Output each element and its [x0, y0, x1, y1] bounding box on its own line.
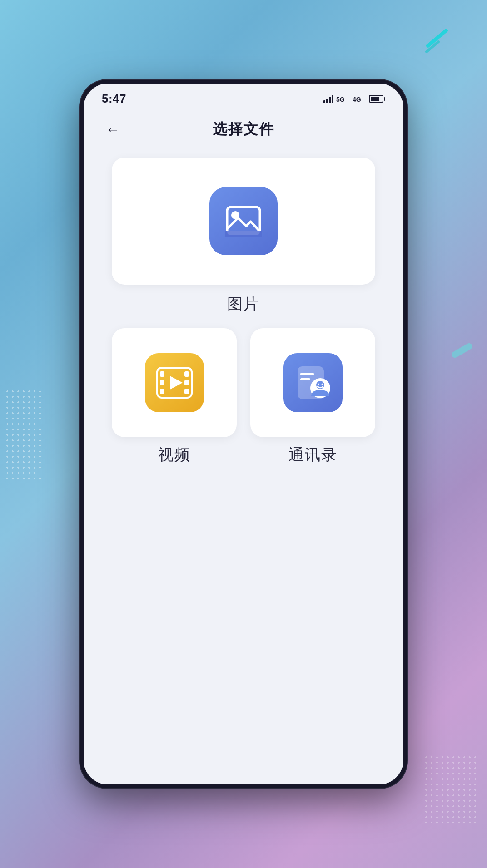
page-title: 选择文件: [213, 119, 274, 139]
stripe-top2: [425, 40, 440, 54]
svg-rect-19: [300, 373, 314, 375]
video-icon-bg: [145, 353, 204, 412]
status-time: 5:47: [102, 92, 126, 106]
video-card[interactable]: [112, 328, 237, 437]
svg-rect-12: [160, 380, 164, 385]
video-icon: [156, 367, 193, 399]
5g-icon: 5G: [336, 95, 350, 103]
phone-screen: 5:47 5G 4G: [84, 84, 403, 784]
svg-rect-20: [300, 378, 310, 380]
svg-rect-14: [184, 371, 189, 377]
contacts-icon-bg: [283, 353, 343, 412]
signal-icon: [323, 95, 333, 103]
svg-point-24: [321, 384, 323, 385]
svg-point-23: [318, 384, 319, 385]
svg-rect-13: [160, 389, 164, 394]
dots-left: [5, 389, 41, 479]
dots-bottom: [423, 755, 478, 823]
photo-label: 图片: [227, 294, 260, 315]
svg-rect-15: [184, 380, 189, 385]
rect-right: [451, 342, 473, 359]
file-type-grid: 图片: [102, 158, 385, 465]
photo-card-wrapper: 图片: [102, 158, 385, 315]
svg-text:4G: 4G: [353, 96, 361, 103]
battery-icon: [369, 95, 385, 103]
svg-rect-11: [160, 371, 164, 377]
contacts-label: 通讯录: [288, 444, 338, 465]
status-bar: 5:47 5G 4G: [84, 84, 403, 110]
video-card-wrapper: 视频: [112, 328, 237, 465]
header: ← 选择文件: [102, 119, 385, 139]
image-icon: [225, 205, 262, 237]
svg-rect-2: [329, 97, 331, 103]
contacts-card-wrapper: 通讯录: [250, 328, 375, 465]
4g-icon: 4G: [353, 95, 366, 103]
app-content: ← 选择文件: [84, 110, 403, 784]
photo-card[interactable]: [112, 158, 375, 285]
svg-rect-1: [326, 99, 328, 103]
stripe-top: [425, 28, 448, 49]
svg-text:5G: 5G: [336, 96, 345, 103]
contacts-icon: [295, 365, 331, 401]
photo-icon-bg: [209, 187, 278, 255]
phone-frame: 5:47 5G 4G: [80, 80, 407, 788]
svg-rect-3: [332, 95, 333, 103]
svg-rect-16: [184, 389, 189, 394]
svg-rect-0: [323, 100, 325, 103]
svg-marker-17: [170, 376, 183, 390]
contacts-card[interactable]: [250, 328, 375, 437]
status-icons: 5G 4G: [323, 95, 385, 103]
back-button[interactable]: ←: [102, 118, 124, 140]
video-label: 视频: [158, 444, 191, 465]
bottom-row: 视频: [112, 328, 375, 465]
